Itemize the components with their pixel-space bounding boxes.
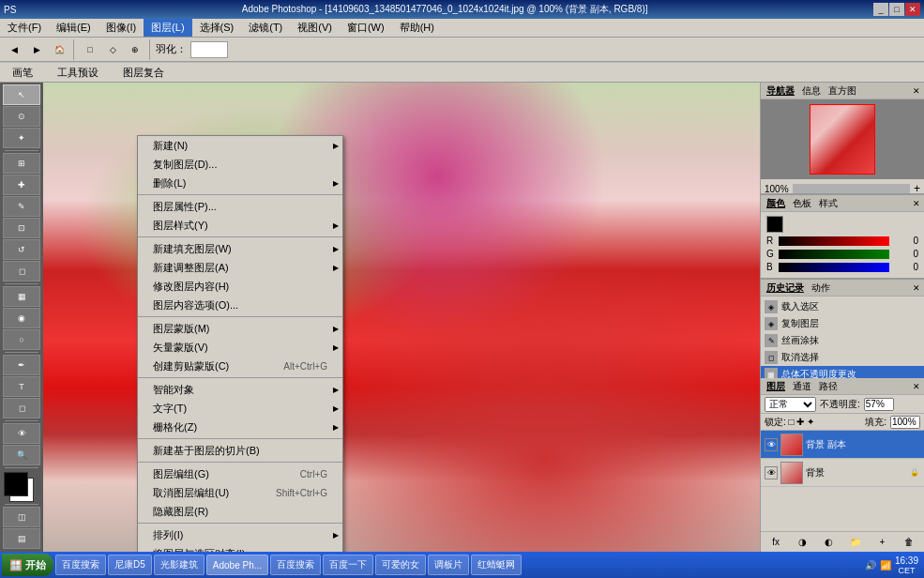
- canvas-area[interactable]: 新建(N) 复制图层(D)... 删除(L) 图层属性(P)... 图层样式(Y…: [43, 83, 760, 552]
- color-r-track[interactable]: [779, 236, 889, 246]
- history-item-1[interactable]: ◈ 复制图层: [761, 315, 924, 332]
- tab-navigator[interactable]: 导航器: [765, 84, 796, 98]
- layer-mask-button[interactable]: ◑: [793, 534, 811, 551]
- toolbar-btn-3[interactable]: ⊕: [125, 39, 145, 60]
- layer-delete-button[interactable]: 🗑: [900, 534, 918, 551]
- dd-item-style[interactable]: 图层样式(Y): [138, 216, 342, 235]
- dd-item-clip-mask[interactable]: 创建剪贴蒙版(C)Alt+Ctrl+G: [138, 357, 342, 375]
- layer-adj-button[interactable]: ◐: [820, 534, 839, 551]
- layer-new-button[interactable]: +: [872, 534, 891, 551]
- menu-image[interactable]: 图像(I): [98, 19, 144, 37]
- tab-swatches[interactable]: 色板: [791, 197, 813, 210]
- dd-item-new-adj[interactable]: 新建调整图层(A): [138, 258, 342, 277]
- maximize-button[interactable]: □: [889, 3, 904, 16]
- options-tab-presets[interactable]: 工具预设: [49, 63, 107, 83]
- menu-select[interactable]: 选择(S): [192, 19, 242, 37]
- tool-selection[interactable]: ↖: [3, 84, 40, 105]
- tool-text[interactable]: T: [3, 376, 40, 397]
- taskbar-item-2[interactable]: 光影建筑: [154, 555, 204, 575]
- taskbar-item-0[interactable]: 百度搜索: [55, 555, 106, 575]
- tool-zoom[interactable]: 🔍: [3, 445, 40, 465]
- tool-crop[interactable]: ⊞: [3, 153, 40, 174]
- zoom-slider[interactable]: [793, 184, 910, 193]
- tool-eye[interactable]: 👁: [3, 423, 40, 444]
- history-item-2[interactable]: ✎ 丝画涂抹: [761, 332, 924, 349]
- layers-close[interactable]: ✕: [913, 382, 920, 391]
- taskbar-item-1[interactable]: 尼康D5: [108, 555, 152, 575]
- tool-eraser[interactable]: ◻: [3, 261, 40, 281]
- layer-eye-1[interactable]: 👁: [765, 466, 778, 479]
- dd-item-text[interactable]: 文字(T): [138, 399, 342, 418]
- layer-item-1[interactable]: 👁 背景 🔒: [761, 459, 924, 487]
- tool-dodge[interactable]: ○: [3, 329, 40, 350]
- toolbar-home[interactable]: 🏠: [49, 39, 69, 60]
- tab-layers[interactable]: 图层: [765, 380, 787, 393]
- minimize-button[interactable]: _: [873, 3, 888, 16]
- history-close[interactable]: ✕: [913, 283, 920, 293]
- tool-stamp[interactable]: ⊡: [3, 218, 40, 238]
- tool-history[interactable]: ↺: [3, 239, 40, 260]
- dd-item-new[interactable]: 新建(N): [138, 136, 342, 155]
- toolbar-btn-2[interactable]: ◇: [102, 39, 123, 60]
- dd-item-group[interactable]: 图层编组(G)Ctrl+G: [138, 464, 342, 483]
- taskbar-item-8[interactable]: 红蜻蜓网: [471, 555, 522, 575]
- dd-item-vector-mask[interactable]: 矢量蒙版(V): [138, 338, 342, 357]
- tab-styles[interactable]: 样式: [817, 197, 840, 210]
- options-tab-brush[interactable]: 画笔: [4, 63, 41, 83]
- tool-heal[interactable]: ✚: [3, 175, 40, 195]
- toolbar-btn-1[interactable]: □: [80, 39, 100, 60]
- color-g-track[interactable]: [779, 250, 889, 259]
- menu-view[interactable]: 视图(V): [290, 19, 340, 37]
- layer-eye-0[interactable]: 👁: [765, 438, 778, 451]
- tool-screen[interactable]: ▤: [3, 528, 40, 549]
- tab-histogram[interactable]: 直方图: [826, 84, 858, 98]
- dd-item-hide[interactable]: 隐藏图层(R): [138, 502, 342, 521]
- menu-window[interactable]: 窗口(W): [340, 19, 392, 37]
- start-button[interactable]: 🪟 开始: [2, 554, 53, 576]
- layer-item-0[interactable]: 👁 背景 副本: [761, 431, 924, 459]
- opacity-input[interactable]: 57%: [864, 398, 894, 411]
- tool-shape[interactable]: ◻: [3, 398, 40, 418]
- tool-mode[interactable]: ◫: [3, 507, 40, 527]
- zoom-in-icon[interactable]: +: [914, 182, 920, 195]
- taskbar-item-4[interactable]: 百度搜索: [270, 555, 321, 575]
- dd-item-ungroup[interactable]: 取消图层编组(U)Shift+Ctrl+G: [138, 483, 342, 502]
- dd-item-content-opts[interactable]: 图层内容选项(O)...: [138, 296, 342, 314]
- menu-help[interactable]: 帮助(H): [392, 19, 442, 37]
- history-item-0[interactable]: ◈ 载入选区: [761, 298, 924, 315]
- tool-path[interactable]: ✒: [3, 355, 40, 375]
- dd-item-new-fill[interactable]: 新建填充图层(W): [138, 239, 342, 258]
- tab-actions[interactable]: 动作: [810, 281, 832, 295]
- layer-group-button[interactable]: 📁: [846, 534, 865, 551]
- toolbar-fwd[interactable]: ▶: [26, 39, 47, 60]
- tab-channels[interactable]: 通道: [791, 380, 813, 393]
- tab-color[interactable]: 颜色: [765, 197, 787, 210]
- fill-input[interactable]: 100%: [890, 416, 920, 429]
- dd-item-delete[interactable]: 删除(L): [138, 174, 342, 192]
- tab-history[interactable]: 历史记录: [765, 281, 806, 295]
- close-button[interactable]: ✕: [905, 3, 920, 16]
- tab-paths[interactable]: 路径: [817, 380, 840, 393]
- color-fg-swatch[interactable]: [766, 216, 783, 233]
- dd-item-duplicate[interactable]: 复制图层(D)...: [138, 155, 342, 174]
- dd-item-rasterize[interactable]: 栅格化(Z): [138, 418, 342, 436]
- foreground-color[interactable]: [4, 472, 28, 496]
- menu-filter[interactable]: 滤镜(T): [241, 19, 290, 37]
- navigator-close[interactable]: ✕: [913, 86, 920, 96]
- taskbar-item-6[interactable]: 可爱的女: [375, 555, 426, 575]
- toolbar-back[interactable]: ◀: [4, 39, 24, 60]
- menu-file[interactable]: 文件(F): [0, 19, 49, 37]
- tool-magic[interactable]: ✦: [3, 128, 40, 148]
- color-b-track[interactable]: [779, 263, 889, 272]
- taskbar-item-3[interactable]: Adobe Ph...: [206, 555, 268, 575]
- tool-lasso[interactable]: ⊙: [3, 106, 40, 127]
- dd-item-layer-mask[interactable]: 图层蒙版(M): [138, 319, 342, 338]
- history-item-3[interactable]: ◻ 取消选择: [761, 349, 924, 366]
- taskbar-item-5[interactable]: 百度一下: [323, 555, 373, 575]
- taskbar-item-7[interactable]: 调板片: [428, 555, 469, 575]
- menu-layer[interactable]: 图层(L): [144, 19, 191, 37]
- dd-item-arrange[interactable]: 排列(I): [138, 525, 342, 544]
- tool-gradient[interactable]: ▦: [3, 286, 40, 307]
- dd-item-change-content[interactable]: 修改图层内容(H): [138, 277, 342, 296]
- dd-item-slice[interactable]: 新建基于图层的切片(B): [138, 441, 342, 460]
